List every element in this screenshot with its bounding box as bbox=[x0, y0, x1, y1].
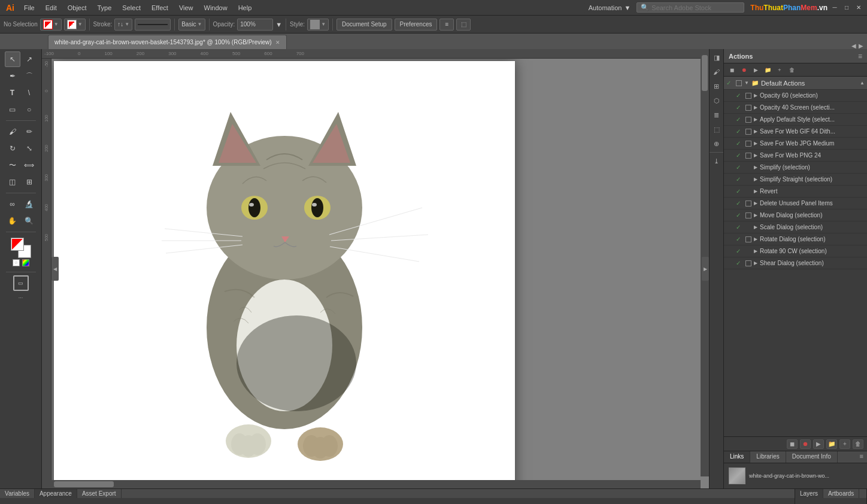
action-item-7[interactable]: ✓ ▶ Simplify Straight (selection) bbox=[724, 174, 867, 186]
action-checkbox-2[interactable] bbox=[745, 117, 751, 123]
actions-new-set-btn[interactable]: 📁 bbox=[762, 65, 773, 75]
action-item-2[interactable]: ✓ ▶ Apply Default Style (select... bbox=[724, 114, 867, 126]
blend-tool[interactable]: ∞ bbox=[5, 196, 20, 212]
line-tool[interactable]: \ bbox=[22, 85, 37, 101]
actions-new-action-btn[interactable]: + bbox=[774, 65, 785, 75]
style-dropdown[interactable]: ▼ bbox=[307, 19, 329, 31]
ellipse-tool[interactable]: ○ bbox=[22, 102, 37, 117]
action-checkbox-4[interactable] bbox=[745, 141, 751, 147]
group-checkbox[interactable] bbox=[736, 80, 742, 86]
libraries-tab[interactable]: Libraries bbox=[750, 451, 786, 463]
rs-transform-icon[interactable]: ⬚ bbox=[711, 123, 723, 135]
canvas-content[interactable] bbox=[54, 61, 515, 488]
rs-graphic-styles-icon[interactable]: ⬡ bbox=[711, 95, 723, 107]
stroke-type-dropdown[interactable]: Basic ▼ bbox=[178, 19, 205, 31]
action-checkbox-5[interactable] bbox=[745, 153, 751, 159]
selection-tool[interactable]: ↖ bbox=[5, 51, 20, 67]
actions-new-action-bottom[interactable]: + bbox=[839, 439, 850, 449]
horizontal-scrollbar[interactable] bbox=[42, 480, 701, 488]
action-checkbox-0[interactable] bbox=[745, 93, 751, 99]
action-item-1[interactable]: ✓ ▶ Opacity 40 Screen (selecti... bbox=[724, 102, 867, 114]
links-panel-menu[interactable]: ≡ bbox=[856, 451, 867, 463]
actions-stop-bottom[interactable]: ◼ bbox=[787, 439, 798, 449]
asset-export-tab[interactable]: Asset Export bbox=[77, 489, 122, 498]
actions-play-bottom[interactable]: ▶ bbox=[813, 439, 824, 449]
pencil-tool[interactable]: ✏ bbox=[22, 124, 37, 139]
transform-icon-btn[interactable]: ⬚ bbox=[456, 19, 471, 31]
hand-tool[interactable]: ✋ bbox=[5, 213, 20, 229]
collapse-right-button[interactable]: ▶ bbox=[702, 257, 709, 281]
fill-color-dropdown[interactable]: ▼ bbox=[40, 19, 62, 31]
vertical-scroll-thumb[interactable] bbox=[702, 55, 708, 91]
tab-close-button[interactable]: ✕ bbox=[275, 40, 280, 45]
color-icon[interactable] bbox=[22, 259, 29, 266]
menu-type[interactable]: Type bbox=[93, 3, 117, 13]
action-item-10[interactable]: ✓ ▶ Move Dialog (selection) bbox=[724, 210, 867, 221]
menu-window[interactable]: Window bbox=[199, 3, 232, 13]
warp-tool[interactable]: 〜 bbox=[5, 157, 20, 173]
collapse-left-button[interactable]: ◀ bbox=[51, 257, 59, 281]
actions-delete-btn[interactable]: 🗑 bbox=[786, 65, 797, 75]
document-tab[interactable]: white-and-gray-cat-in-brown-woven-basket… bbox=[48, 35, 287, 49]
pen-tool[interactable]: ✒ bbox=[5, 68, 20, 84]
action-checkbox-3[interactable] bbox=[745, 129, 751, 135]
action-checkbox-14[interactable] bbox=[745, 260, 751, 266]
more-tools-btn[interactable]: ··· bbox=[19, 294, 23, 300]
action-item-4[interactable]: ✓ ▶ Save For Web JPG Medium bbox=[724, 138, 867, 150]
none-icon[interactable]: ⊘ bbox=[13, 259, 20, 266]
layers-tab[interactable]: Layers bbox=[795, 489, 823, 498]
menu-select[interactable]: Select bbox=[117, 3, 145, 13]
actions-new-set-bottom[interactable]: 📁 bbox=[826, 439, 837, 449]
action-item-3[interactable]: ✓ ▶ Save For Web GIF 64 Dith... bbox=[724, 126, 867, 138]
action-item-11[interactable]: ✓ ▶ Scale Dialog (selection) bbox=[724, 221, 867, 233]
actions-stop-btn[interactable]: ◼ bbox=[726, 65, 737, 75]
stroke-style-dropdown[interactable] bbox=[135, 19, 171, 31]
action-item-6[interactable]: ✓ ▶ Simplify (selection) bbox=[724, 162, 867, 174]
menu-file[interactable]: File bbox=[19, 3, 40, 13]
close-button[interactable]: ✕ bbox=[853, 2, 865, 14]
action-checkbox-12[interactable] bbox=[745, 236, 751, 242]
canvas-area[interactable]: -1000100200300400500600700 -50 0 100 200… bbox=[42, 49, 709, 488]
preferences-button[interactable]: Preferences bbox=[395, 19, 438, 31]
action-item-5[interactable]: ✓ ▶ Save For Web PNG 24 bbox=[724, 150, 867, 162]
action-checkbox-9[interactable] bbox=[745, 201, 751, 207]
artboards-tab[interactable]: Artboards bbox=[823, 489, 859, 498]
stroke-fill-swatches[interactable] bbox=[11, 238, 31, 258]
rectangle-tool[interactable]: ▭ bbox=[5, 102, 20, 117]
tabbar-right-arrow[interactable]: ▶ bbox=[859, 42, 863, 49]
menu-edit[interactable]: Edit bbox=[41, 3, 62, 13]
rs-color-icon[interactable]: ◨ bbox=[711, 51, 723, 63]
foreground-color-swatch[interactable] bbox=[11, 238, 24, 251]
mesh-tool[interactable]: ⊞ bbox=[22, 174, 37, 190]
curvature-tool[interactable]: ⌒ bbox=[22, 68, 37, 84]
actions-record-btn[interactable]: ⏺ bbox=[738, 65, 749, 75]
document-setup-button[interactable]: Document Setup bbox=[337, 19, 392, 31]
horizontal-scroll-thumb[interactable] bbox=[54, 481, 114, 487]
menu-help[interactable]: Help bbox=[234, 3, 257, 13]
width-tool[interactable]: ⟺ bbox=[22, 157, 37, 173]
search-adobe-stock[interactable]: 🔍 bbox=[636, 2, 744, 13]
action-item-9[interactable]: ✓ ▶ Delete Unused Panel Items bbox=[724, 198, 867, 210]
eyedropper-tool[interactable]: 🔬 bbox=[22, 196, 37, 212]
type-tool[interactable]: T bbox=[5, 85, 20, 101]
menu-effect[interactable]: Effect bbox=[147, 3, 173, 13]
appearance-tab[interactable]: Appearance bbox=[35, 489, 77, 498]
direct-selection-tool[interactable]: ↗ bbox=[22, 51, 37, 67]
group-scroll-up[interactable]: ▲ bbox=[860, 80, 865, 86]
search-input[interactable] bbox=[651, 4, 735, 11]
rs-align-icon[interactable]: ≣ bbox=[711, 109, 723, 121]
minimize-button[interactable]: ─ bbox=[829, 2, 841, 14]
actions-play-btn[interactable]: ▶ bbox=[750, 65, 761, 75]
maximize-button[interactable]: □ bbox=[841, 2, 853, 14]
action-item-8[interactable]: ✓ ▶ Revert bbox=[724, 186, 867, 198]
opacity-input[interactable] bbox=[237, 19, 273, 31]
action-item-14[interactable]: ✓ ▶ Shear Dialog (selection) bbox=[724, 257, 867, 269]
menu-view[interactable]: View bbox=[174, 3, 198, 13]
tabbar-left-arrow[interactable]: ◀ bbox=[851, 42, 856, 49]
document-info-tab[interactable]: Document Info bbox=[786, 451, 838, 463]
scale-tool[interactable]: ⤡ bbox=[22, 141, 37, 156]
actions-panel-menu-button[interactable]: ≡ bbox=[858, 52, 862, 60]
rs-place-icon[interactable]: ⤓ bbox=[711, 155, 723, 167]
rs-symbols-icon[interactable]: ⊞ bbox=[711, 80, 723, 92]
actions-delete-bottom[interactable]: 🗑 bbox=[853, 439, 863, 449]
